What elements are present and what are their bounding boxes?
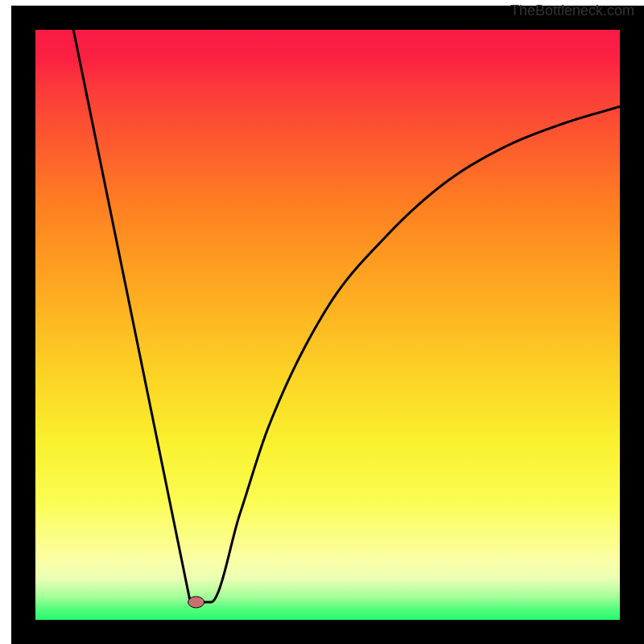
gradient-background xyxy=(35,30,620,620)
bottleneck-chart xyxy=(0,0,644,644)
watermark: TheBottleneck.com xyxy=(510,2,634,19)
chart-container: TheBottleneck.com xyxy=(0,0,644,644)
minimum-marker xyxy=(188,597,204,608)
